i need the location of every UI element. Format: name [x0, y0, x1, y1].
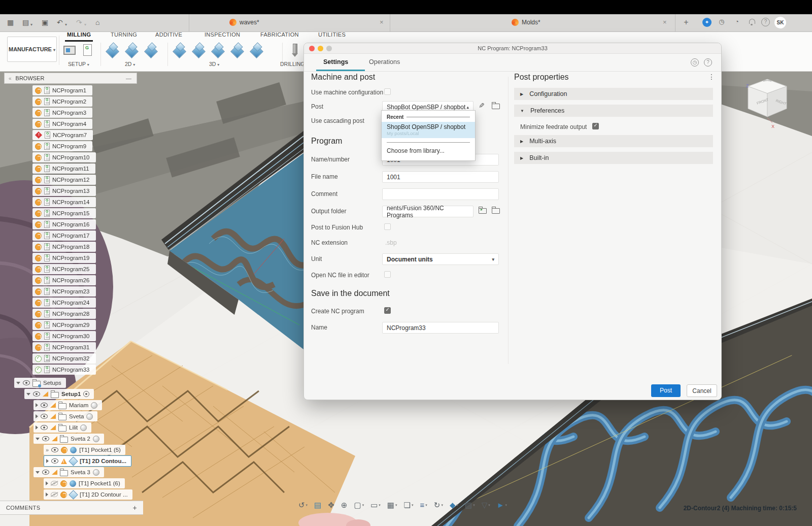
- new-tab-icon[interactable]: +: [681, 18, 691, 27]
- chevron-down-icon[interactable]: [26, 393, 30, 396]
- browser-item-ncprogram3[interactable]: NCProgram3: [32, 108, 92, 118]
- 2d-pocket-icon[interactable]: [125, 43, 140, 58]
- file-new-icon[interactable]: ▤: [22, 18, 29, 27]
- 3d-adaptive-icon[interactable]: [173, 43, 188, 58]
- tree-row-pocket1-6[interactable]: [T1] Pocket1 (6): [44, 478, 125, 488]
- browse-output-folder-icon[interactable]: [492, 208, 500, 214]
- undo-icon[interactable]: ↶: [57, 18, 63, 27]
- tab-milling[interactable]: MILLING: [67, 31, 91, 42]
- chevron-right-icon[interactable]: [36, 403, 38, 407]
- regenerate-icon[interactable]: ↻▾: [434, 501, 443, 510]
- avatar[interactable]: SK: [774, 17, 786, 28]
- drilling-icon[interactable]: [287, 43, 302, 58]
- machining-time-icon[interactable]: ◷: [691, 58, 699, 67]
- group-configuration[interactable]: ▶ Configuration: [514, 88, 713, 100]
- tab-additive[interactable]: ADDITIVE: [155, 31, 182, 42]
- chevron-right-icon[interactable]: [46, 492, 48, 497]
- viewports-icon[interactable]: ❏▾: [404, 501, 414, 510]
- zoom-icon[interactable]: ⊕: [341, 501, 348, 510]
- visibility-off-eye-icon[interactable]: [51, 492, 58, 497]
- browser-item-ncprogram25[interactable]: NCProgram25: [32, 264, 96, 274]
- output-folder-field[interactable]: nents/Fusion 360/NC Programs: [382, 206, 473, 217]
- orbit-icon[interactable]: ↺▾: [298, 501, 308, 510]
- tree-row-mariam[interactable]: Mariam: [33, 400, 102, 410]
- notifications-bell-icon[interactable]: [749, 19, 755, 24]
- use-machine-config-checkbox[interactable]: [384, 88, 391, 95]
- tree-row-setups[interactable]: Setups: [14, 378, 66, 388]
- visibility-eye-icon[interactable]: [42, 470, 49, 475]
- browser-item-ncprogram32[interactable]: NCProgram32: [32, 353, 96, 364]
- browser-item-ncprogram2[interactable]: NCProgram2: [32, 96, 92, 107]
- display-settings-icon[interactable]: ▭▾: [370, 501, 381, 510]
- tree-row-sveta-2[interactable]: Sveta 2: [33, 434, 104, 444]
- new-setup-icon[interactable]: [62, 43, 77, 58]
- group-label-drilling[interactable]: DRILLING: [280, 61, 304, 67]
- chevron-double-icon[interactable]: »: [46, 447, 49, 452]
- minimize-panel-icon[interactable]: —: [126, 75, 131, 81]
- undo-caret-icon[interactable]: ▾: [65, 20, 67, 29]
- dialog-help-icon[interactable]: ?: [704, 58, 712, 67]
- visibility-eye-icon[interactable]: [23, 380, 30, 385]
- minimize-feedrate-checkbox[interactable]: [592, 123, 599, 129]
- visibility-eye-icon[interactable]: [41, 414, 48, 419]
- post-button[interactable]: Post: [651, 384, 681, 397]
- chevron-down-icon[interactable]: [36, 438, 40, 440]
- visibility-eye-icon[interactable]: [33, 391, 40, 397]
- browser-item-ncprogram26[interactable]: NCProgram26: [32, 275, 96, 285]
- chevron-right-icon[interactable]: [46, 459, 49, 463]
- visibility-eye-icon[interactable]: [51, 447, 58, 452]
- chevron-right-icon[interactable]: [36, 414, 38, 418]
- 2d-face-icon[interactable]: [106, 43, 121, 58]
- browser-item-ncprogram13[interactable]: NCProgram13: [32, 186, 96, 196]
- browser-item-ncprogram1[interactable]: NCProgram1: [32, 85, 92, 95]
- tree-row-2d-contour-2[interactable]: [T1] 2D Contour ...: [44, 489, 132, 500]
- caret-down-icon[interactable]: ▾: [488, 503, 490, 507]
- browser-item-ncprogram11[interactable]: NCProgram11: [32, 163, 95, 174]
- 3d-parallel-icon[interactable]: [211, 43, 226, 58]
- browser-item-ncprogram10[interactable]: NCProgram10: [32, 152, 96, 162]
- create-nc-program-icon[interactable]: [80, 43, 95, 58]
- save-icon[interactable]: ▣: [42, 18, 48, 27]
- tab-fabrication[interactable]: FABRICATION: [260, 31, 299, 42]
- tree-row-sveta[interactable]: Sveta: [33, 411, 97, 421]
- redo-caret-icon[interactable]: ▾: [84, 20, 86, 29]
- chevron-right-icon[interactable]: [46, 481, 48, 485]
- tree-row-sveta-3[interactable]: Sveta 3: [33, 467, 104, 477]
- group-label-3d[interactable]: 3D ▾: [209, 61, 219, 67]
- visibility-off-eye-icon[interactable]: [51, 481, 58, 486]
- app-grid-icon[interactable]: ▦: [7, 18, 14, 27]
- browser-item-ncprogram29[interactable]: NCProgram29: [32, 320, 96, 330]
- group-multi-axis[interactable]: ▶ Multi-axis: [514, 135, 713, 147]
- caret-down-icon[interactable]: ▾: [379, 503, 381, 507]
- steps-icon[interactable]: ≡▾: [420, 501, 427, 510]
- group-preferences[interactable]: ▼ Preferences: [514, 105, 713, 117]
- group-label-2d[interactable]: 2D ▾: [125, 61, 135, 67]
- pointer-icon[interactable]: ►▾: [497, 501, 507, 510]
- grid-snaps-icon[interactable]: ▦▾: [387, 501, 397, 510]
- browser-item-ncprogram31[interactable]: NCProgram31: [32, 342, 96, 352]
- chevron-down-icon[interactable]: [16, 382, 20, 384]
- browser-item-ncprogram4[interactable]: NCProgram4: [32, 119, 92, 129]
- tab-turning[interactable]: TURNING: [111, 31, 137, 42]
- collapse-panel-icon[interactable]: «: [9, 76, 12, 81]
- caret-down-icon[interactable]: ▾: [505, 503, 507, 507]
- active-setup-radio-icon[interactable]: [83, 391, 89, 397]
- browser-item-ncprogram15[interactable]: NCProgram15: [32, 208, 96, 218]
- home-view-icon[interactable]: ⌂: [95, 18, 99, 27]
- browser-item-ncprogram12[interactable]: NCProgram12: [32, 175, 96, 185]
- look-at-icon[interactable]: ▤: [314, 501, 321, 510]
- history-icon[interactable]: ◷: [717, 18, 727, 25]
- file-name-field[interactable]: 1001: [382, 171, 499, 183]
- caret-down-icon[interactable]: ▾: [456, 503, 458, 507]
- dropdown-item-choose-library[interactable]: Choose from library...: [382, 143, 475, 154]
- 2d-contour-icon[interactable]: [144, 43, 159, 58]
- window-zoom-icon[interactable]: ▢▾: [354, 501, 364, 510]
- browser-item-ncprogram19[interactable]: NCProgram19: [32, 253, 96, 263]
- file-new-caret-icon[interactable]: ▾: [30, 20, 32, 29]
- browser-item-ncprogram18[interactable]: NCProgram18: [32, 242, 96, 252]
- caret-down-icon[interactable]: ▾: [441, 503, 443, 507]
- browser-item-ncprogram23[interactable]: NCProgram23: [32, 286, 96, 297]
- create-nc-program-checkbox[interactable]: [384, 307, 391, 314]
- post-to-fusion-hub-checkbox[interactable]: [384, 223, 391, 230]
- extensions-icon[interactable]: ✦: [702, 18, 712, 27]
